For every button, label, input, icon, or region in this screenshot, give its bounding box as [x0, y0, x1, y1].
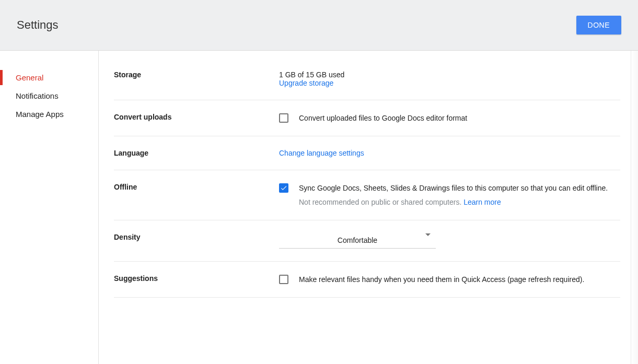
section-label: Convert uploads: [114, 113, 279, 123]
section-label: Language: [114, 149, 279, 157]
offline-subtle-text: Not recommended on public or shared comp…: [299, 198, 463, 206]
section-density: Density Comfortable: [114, 220, 620, 262]
convert-uploads-checkbox[interactable]: [279, 113, 288, 123]
sidebar-item-manage-apps[interactable]: Manage Apps: [0, 105, 98, 123]
sidebar-item-label: Manage Apps: [16, 110, 64, 119]
sidebar-item-notifications[interactable]: Notifications: [0, 87, 98, 105]
sidebar-item-label: Notifications: [16, 91, 59, 100]
section-language: Language Change language settings: [114, 136, 620, 170]
section-offline: Offline Sync Google Docs, Sheets, Slides…: [114, 170, 620, 220]
offline-sync-text: Sync Google Docs, Sheets, Slides & Drawi…: [299, 183, 620, 193]
upgrade-storage-link[interactable]: Upgrade storage: [279, 79, 333, 87]
sidebar: General Notifications Manage Apps: [0, 51, 99, 364]
section-convert-uploads: Convert uploads Convert uploaded files t…: [114, 100, 620, 136]
section-content: Convert uploaded files to Google Docs ed…: [279, 113, 620, 123]
suggestions-checkbox[interactable]: [279, 275, 288, 284]
section-label: Offline: [114, 183, 279, 207]
convert-uploads-text: Convert uploaded files to Google Docs ed…: [299, 113, 620, 123]
offline-sync-checkbox[interactable]: [279, 183, 288, 193]
main-content: Storage 1 GB of 15 GB used Upgrade stora…: [99, 51, 638, 364]
section-content: Change language settings: [279, 149, 620, 157]
density-select[interactable]: Comfortable: [279, 233, 436, 249]
sidebar-item-general[interactable]: General: [0, 68, 98, 87]
section-content: Sync Google Docs, Sheets, Slides & Drawi…: [279, 183, 620, 207]
suggestions-text: Make relevant files handy when you need …: [299, 274, 620, 285]
storage-usage-text: 1 GB of 15 GB used: [279, 71, 620, 79]
section-label: Density: [114, 233, 279, 249]
section-label: Storage: [114, 71, 279, 87]
done-button[interactable]: DONE: [576, 16, 621, 34]
section-storage: Storage 1 GB of 15 GB used Upgrade stora…: [114, 66, 620, 100]
section-content: 1 GB of 15 GB used Upgrade storage: [279, 71, 620, 87]
section-label: Suggestions: [114, 274, 279, 285]
scrollbar[interactable]: [631, 51, 638, 364]
section-content: Comfortable: [279, 233, 620, 249]
section-content: Make relevant files handy when you need …: [279, 274, 620, 285]
change-language-link[interactable]: Change language settings: [279, 149, 364, 157]
page-title: Settings: [17, 18, 59, 32]
body: General Notifications Manage Apps Storag…: [0, 51, 638, 364]
section-suggestions: Suggestions Make relevant files handy wh…: [114, 262, 620, 298]
sidebar-item-label: General: [16, 73, 43, 82]
offline-learn-more-link[interactable]: Learn more: [463, 198, 501, 206]
density-select-value: Comfortable: [279, 236, 436, 244]
header: Settings DONE: [0, 0, 638, 51]
chevron-down-icon: [425, 236, 431, 244]
